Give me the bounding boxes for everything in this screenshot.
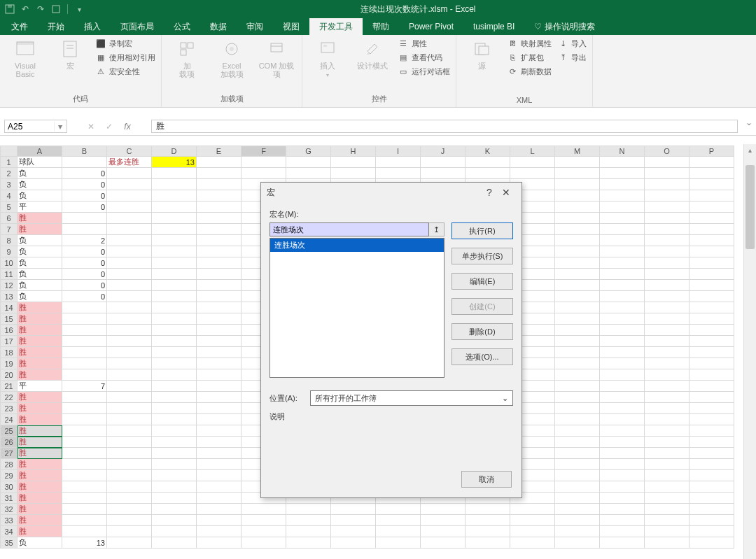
macro-security-button[interactable]: ⚠宏安全性	[95, 66, 155, 77]
cell-D6[interactable]	[152, 213, 197, 224]
tab-insert[interactable]: 插入	[74, 18, 111, 35]
cell-O14[interactable]	[645, 302, 690, 313]
scroll-up-icon[interactable]: ▴	[744, 144, 756, 157]
cell-P25[interactable]	[690, 425, 734, 437]
col-header-F[interactable]: F	[241, 146, 286, 157]
cell-E34[interactable]	[197, 526, 241, 537]
cell-B33[interactable]	[62, 515, 107, 526]
col-header-M[interactable]: M	[555, 146, 600, 157]
cell-P3[interactable]	[690, 179, 734, 190]
formula-input[interactable]	[152, 122, 737, 132]
cell-D10[interactable]	[152, 257, 197, 269]
col-header-C[interactable]: C	[107, 146, 152, 157]
cell-B16[interactable]	[62, 325, 107, 336]
row-header-26[interactable]: 26	[1, 437, 18, 448]
row-header-7[interactable]: 7	[1, 224, 18, 235]
cell-C15[interactable]	[107, 313, 152, 325]
cell-E15[interactable]	[197, 313, 241, 325]
cell-L35[interactable]	[510, 537, 555, 549]
tab-tellme[interactable]: ♡操作说明搜索	[524, 18, 605, 35]
cell-J32[interactable]	[421, 504, 465, 515]
cell-P9[interactable]	[690, 246, 734, 257]
cell-B4[interactable]: 0	[62, 190, 107, 201]
row-header-20[interactable]: 20	[1, 369, 18, 381]
cell-B18[interactable]	[62, 347, 107, 358]
macro-name-ref-icon[interactable]: ↥	[429, 222, 444, 236]
macro-name-input[interactable]	[270, 222, 429, 236]
cell-N9[interactable]	[600, 246, 645, 257]
cell-E27[interactable]	[197, 448, 241, 459]
cell-M24[interactable]	[555, 414, 600, 425]
cell-E13[interactable]	[197, 291, 241, 302]
cell-A23[interactable]: 胜	[18, 403, 62, 414]
cell-I2[interactable]	[376, 168, 421, 179]
formula-expand-icon[interactable]: ⌄	[742, 118, 756, 135]
cell-C20[interactable]	[107, 369, 152, 381]
cell-A31[interactable]: 胜	[18, 493, 62, 504]
cell-C21[interactable]	[107, 381, 152, 392]
cell-D21[interactable]	[152, 381, 197, 392]
view-code-button[interactable]: ▤查看代码	[398, 52, 450, 63]
cell-I32[interactable]	[376, 504, 421, 515]
cell-E14[interactable]	[197, 302, 241, 313]
cell-N2[interactable]	[600, 168, 645, 179]
cell-A7[interactable]: 胜	[18, 224, 62, 235]
row-header-5[interactable]: 5	[1, 201, 18, 213]
cell-A19[interactable]: 胜	[18, 358, 62, 369]
cell-K33[interactable]	[465, 515, 510, 526]
cell-N23[interactable]	[600, 403, 645, 414]
row-header-22[interactable]: 22	[1, 392, 18, 403]
cell-B13[interactable]: 0	[62, 291, 107, 302]
cell-K35[interactable]	[465, 537, 510, 549]
cell-P13[interactable]	[690, 291, 734, 302]
cell-P22[interactable]	[690, 392, 734, 403]
run-dialog-button[interactable]: ▭运行对话框	[398, 66, 450, 77]
cell-A14[interactable]: 胜	[18, 302, 62, 313]
cell-C33[interactable]	[107, 515, 152, 526]
cell-O16[interactable]	[645, 325, 690, 336]
cell-D24[interactable]	[152, 414, 197, 425]
cell-J2[interactable]	[421, 168, 465, 179]
cell-N34[interactable]	[600, 526, 645, 537]
cell-P4[interactable]	[690, 190, 734, 201]
cell-N11[interactable]	[600, 269, 645, 280]
cell-O31[interactable]	[645, 493, 690, 504]
cell-C24[interactable]	[107, 414, 152, 425]
cell-A1[interactable]: 球队	[18, 157, 62, 168]
cell-M15[interactable]	[555, 313, 600, 325]
cell-M25[interactable]	[555, 425, 600, 437]
row-header-17[interactable]: 17	[1, 336, 18, 347]
cell-E21[interactable]	[197, 381, 241, 392]
cell-O10[interactable]	[645, 257, 690, 269]
col-header-G[interactable]: G	[286, 146, 331, 157]
cell-D19[interactable]	[152, 358, 197, 369]
cell-C6[interactable]	[107, 213, 152, 224]
cell-N19[interactable]	[600, 358, 645, 369]
cell-N35[interactable]	[600, 537, 645, 549]
tab-review[interactable]: 审阅	[237, 18, 273, 35]
cell-O25[interactable]	[645, 425, 690, 437]
cell-B23[interactable]	[62, 403, 107, 414]
row-header-1[interactable]: 1	[1, 157, 18, 168]
addins-button[interactable]: 加 载项	[167, 38, 206, 78]
cell-N13[interactable]	[600, 291, 645, 302]
edit-button[interactable]: 编辑(E)	[451, 273, 513, 290]
cell-B27[interactable]	[62, 448, 107, 459]
cell-N24[interactable]	[600, 414, 645, 425]
cell-E31[interactable]	[197, 493, 241, 504]
insert-control-button[interactable]: 插入 ▾	[308, 38, 347, 80]
col-header-O[interactable]: O	[645, 146, 690, 157]
cell-O8[interactable]	[645, 235, 690, 246]
cell-P5[interactable]	[690, 201, 734, 213]
record-macro-button[interactable]: ⬛录制宏	[95, 38, 155, 49]
cell-P11[interactable]	[690, 269, 734, 280]
macro-list-item[interactable]: 连胜场次	[270, 239, 444, 252]
cell-P31[interactable]	[690, 493, 734, 504]
cell-A22[interactable]: 胜	[18, 392, 62, 403]
cell-I1[interactable]	[376, 157, 421, 168]
cell-B5[interactable]: 0	[62, 201, 107, 213]
cell-M21[interactable]	[555, 381, 600, 392]
cell-P14[interactable]	[690, 302, 734, 313]
cell-O5[interactable]	[645, 201, 690, 213]
cell-P20[interactable]	[690, 369, 734, 381]
